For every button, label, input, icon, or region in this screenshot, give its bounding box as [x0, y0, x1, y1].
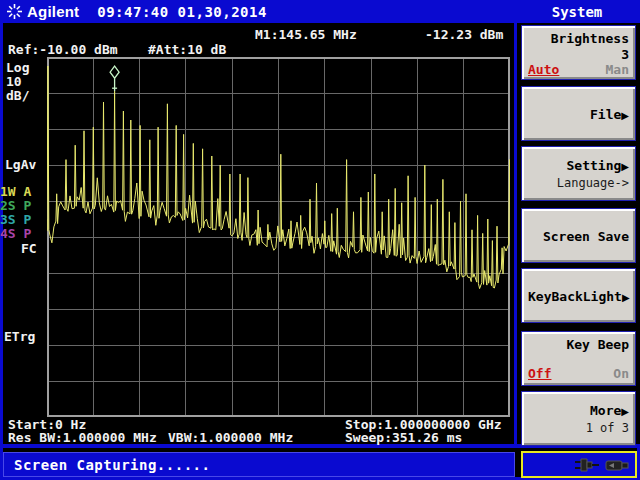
- softkey-label: Screen Save: [528, 229, 629, 244]
- menu-title: System: [517, 4, 637, 20]
- datetime-text: 09:47:40 01,30,2014: [97, 4, 267, 20]
- softkey-setting[interactable]: Setting▶Language->: [521, 146, 636, 201]
- vbw-label: VBW:1.000000 MHz: [168, 430, 293, 445]
- ref-level-label: Ref:-10.00 dBm: [8, 42, 118, 57]
- softkey-toggle: AutoMan: [528, 62, 629, 77]
- io-indicator-box: [521, 451, 637, 478]
- softkey-label: File▶: [528, 107, 629, 122]
- softkey-brightness[interactable]: Brightness3AutoMan: [521, 25, 636, 80]
- softkey-menu: Brightness3AutoManFile▶Setting▶Language-…: [517, 23, 640, 444]
- softkey-subtext: 1 of 3: [528, 421, 629, 435]
- softkey-file[interactable]: File▶: [521, 86, 636, 141]
- scale-value-label: 10: [6, 74, 22, 89]
- trace-mode-3: 3S P: [0, 212, 31, 227]
- softkey-key-beep[interactable]: Key BeepOffOn: [521, 331, 636, 386]
- softkey-label: Key Beep: [528, 337, 629, 352]
- status-bar: Screen Capturing......: [3, 452, 515, 477]
- brand-name: Agilent: [27, 3, 79, 20]
- softkey-label: More▶: [528, 403, 629, 418]
- softkey-label: Brightness: [528, 31, 629, 46]
- trigger-label: ETrg: [4, 329, 35, 344]
- toggle-option-off[interactable]: Off: [528, 366, 551, 381]
- brand-logo: Agilent: [7, 3, 79, 20]
- scale-unit-label: dB/: [6, 88, 29, 103]
- status-message: Screen Capturing......: [14, 457, 210, 473]
- toggle-option-man[interactable]: Man: [606, 62, 629, 77]
- coupling-label: FC: [21, 241, 37, 256]
- softkey-value: 3: [528, 47, 629, 62]
- submenu-arrow-icon: ▶: [621, 406, 629, 417]
- softkey-more[interactable]: More▶1 of 3: [521, 391, 636, 446]
- rbw-label: Res BW:1.000000 MHz: [8, 430, 157, 445]
- softkey-subtext: Language->: [528, 176, 629, 190]
- power-plug-icon: [574, 457, 600, 473]
- trace-mode-2: 2S P: [0, 198, 31, 213]
- trace-mode-4: 4S P: [0, 226, 31, 241]
- agilent-spark-icon: [7, 4, 22, 19]
- trace-mode-1: 1W A: [0, 184, 31, 199]
- trace-mode-list: 1W A2S P3S P4S P: [0, 184, 46, 244]
- spectrum-plot: [47, 57, 510, 417]
- spectrum-analyzer-screen: { "topbar": { "brand": "Agilent", "datet…: [0, 0, 640, 480]
- submenu-arrow-icon: ▶: [621, 161, 629, 172]
- marker-readout-amp: -12.23 dBm: [425, 27, 503, 42]
- frame-left: [0, 23, 3, 480]
- toggle-option-on[interactable]: On: [613, 366, 629, 381]
- softkey-label: Setting▶: [528, 158, 629, 173]
- marker-diamond: [110, 66, 119, 91]
- softkey-toggle: OffOn: [528, 366, 629, 381]
- softkey-label: KeyBackLight▶: [528, 289, 629, 304]
- scale-type-label: Log: [6, 60, 29, 75]
- submenu-arrow-icon: ▶: [621, 110, 629, 121]
- attenuation-label: #Att:10 dB: [148, 42, 226, 57]
- usb-device-icon: [604, 457, 630, 473]
- toggle-option-auto[interactable]: Auto: [528, 62, 559, 77]
- marker-readout-freq: M1:145.65 MHz: [255, 27, 357, 42]
- softkey-screen-save[interactable]: Screen Save: [521, 208, 636, 263]
- softkey-key-backlight[interactable]: KeyBackLight▶: [521, 268, 636, 323]
- sweep-label: Sweep:351.26 ms: [345, 430, 462, 445]
- submenu-arrow-icon: ▶: [622, 292, 630, 303]
- graticule-grid: [47, 57, 510, 417]
- average-type-label: LgAv: [5, 157, 36, 172]
